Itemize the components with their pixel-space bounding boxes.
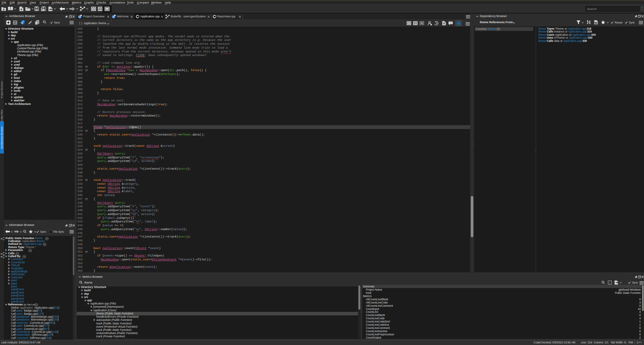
svg-text:CSV: CSV — [595, 22, 598, 24]
svg-text:i: i — [609, 281, 610, 284]
